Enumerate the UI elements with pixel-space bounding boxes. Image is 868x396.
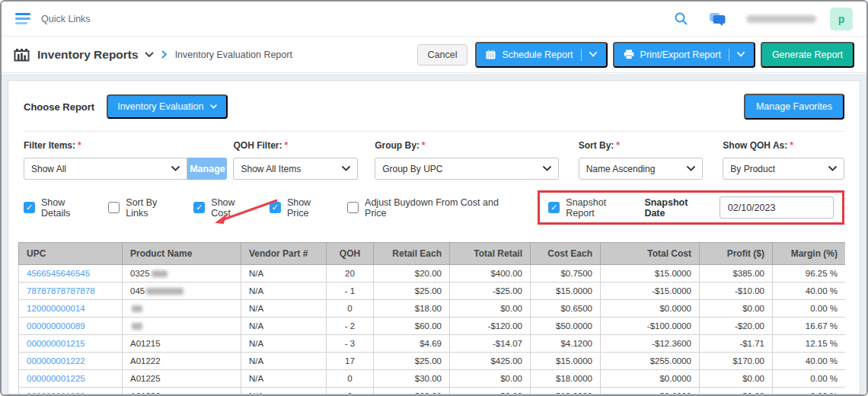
total-retail-cell: $400.00 [450,265,531,283]
column-header[interactable]: Profit ($) [700,243,773,265]
page-title[interactable]: Inventory Reports [37,48,139,62]
option-label: Show Details [41,197,92,219]
column-header[interactable]: Retail Each [374,243,450,265]
column-header[interactable]: QOH [327,243,374,265]
option-checkbox[interactable]: ✓ Show Details [24,197,92,219]
checkbox-icon[interactable]: ✓ [24,202,35,213]
checkbox-icon[interactable]: ✓ [548,202,560,213]
table-row: 000000000089N/A- 2$60.00-$120.00$50.0000… [19,318,846,335]
profit-cell: $385.00 [700,265,773,283]
print-dropdown-chevron-icon[interactable] [737,52,745,57]
report-type-dropdown[interactable]: Inventory Evaluation [107,94,228,119]
profit-cell: $0.00 [700,300,773,318]
filter-label: Sort By:* [579,140,704,151]
profit-cell: $0.00 [700,370,773,388]
profit-cell: $0.00 [700,388,773,395]
chevron-down-icon[interactable] [145,52,154,58]
column-header[interactable]: Product Name [123,243,241,265]
filter-select[interactable]: Group By UPC [375,158,559,180]
upc-link-cell[interactable]: 78787878787878 [19,283,123,300]
column-header[interactable]: Margin (%) [773,243,846,265]
option-label: Sort By Links [126,197,177,219]
column-header[interactable]: UPC [19,243,123,265]
cost-each-cell: $50.0000 [531,318,601,335]
retail-each-cell: $25.00 [374,283,450,300]
snapshot-report-checkbox[interactable]: ✓ Snapshot Report [548,197,632,219]
option-label: Show Price [287,197,331,219]
total-retail-cell: $0.00 [450,300,531,318]
cost-each-cell: $0.7500 [531,265,601,283]
report-header-bar: Inventory Reports Inventory Evaluation R… [2,37,866,73]
select-chevron-icon [828,166,837,171]
margin-cell: 0.00 % [773,370,846,388]
table-row: 000000001222A01222N/A17$25.00$425.00$15.… [19,353,846,370]
schedule-report-button[interactable]: Schedule Report [475,42,607,68]
search-icon[interactable] [674,11,688,26]
retail-each-cell: $30.00 [374,370,450,388]
vendor-part-cell: N/A [241,283,327,300]
manage-filter-button[interactable]: Manage [187,158,227,180]
app-window: Quick Links p Inventory Reports Inventor… [0,0,868,396]
qoh-cell: 20 [327,265,374,283]
generate-report-button[interactable]: Generate Report [761,42,854,68]
manage-favorites-button[interactable]: Manage Favorites [744,94,844,120]
option-checkbox[interactable]: ✓ Show Cost [193,197,254,219]
hamburger-menu-icon[interactable] [15,13,30,24]
vendor-part-cell: N/A [241,388,327,395]
content-area: Choose Report Inventory Evaluation Manag… [2,74,866,394]
filter-select[interactable]: By Product [723,158,844,180]
required-asterisk: * [422,140,426,151]
option-checkbox[interactable]: Sort By Links [108,197,177,219]
total-cost-cell: $255.0000 [601,353,700,370]
checkbox-icon[interactable]: ✓ [193,202,205,213]
filter-select[interactable]: Show All Items [233,158,358,180]
option-checkbox[interactable]: Adjust Buydown From Cost and Price [347,197,512,219]
upc-link-cell[interactable]: 000000001225 [19,370,123,388]
redacted-text [132,305,142,312]
snapshot-date-input[interactable]: 02/10/2023 [720,196,834,219]
upc-link-cell[interactable]: 4566545646545 [19,265,123,283]
checkbox-icon[interactable] [108,202,120,213]
options-row: ✓ Show Details Sort By Links ✓ Show Cost… [24,190,844,225]
filter-select[interactable]: Show All [24,158,187,180]
redacted-text [132,323,142,330]
total-retail-cell: -$25.00 [450,283,531,300]
column-header[interactable]: Vendor Part # [241,243,327,265]
column-header[interactable]: Cost Each [531,243,601,265]
snapshot-date-label: Snapshot Date [644,197,707,219]
filter-group: QOH Filter:* Show All Items [233,140,358,180]
checkbox-icon[interactable]: ✓ [270,202,281,213]
checkbox-icon[interactable] [347,202,359,213]
quick-links-link[interactable]: Quick Links [41,14,91,24]
button-divider [581,49,582,61]
upc-link-cell[interactable]: 000000000089 [19,318,123,335]
cost-each-cell: $0.6500 [531,300,601,318]
total-cost-cell: $15.0000 [601,265,700,283]
total-cost-cell: $0.0000 [601,388,700,395]
column-header[interactable]: Total Cost [601,243,700,265]
qoh-cell: - 1 [327,283,374,300]
schedule-report-label: Schedule Report [502,50,573,60]
cancel-button[interactable]: Cancel [417,44,468,65]
upc-link-cell[interactable]: 000000001226 [19,388,123,395]
vendor-part-cell: N/A [241,353,327,370]
chat-icon[interactable] [708,11,726,27]
filter-row: Filter Items:* Show All Manage QOH Filte… [24,140,844,180]
retail-each-cell: $18.00 [374,300,450,318]
total-cost-cell: -$100.0000 [601,318,700,335]
upc-link-cell[interactable]: 000000001215 [19,335,123,353]
inventory-reports-icon [14,48,30,62]
schedule-dropdown-chevron-icon[interactable] [589,52,597,57]
cost-each-cell: $19.0000 [531,388,601,395]
print-export-report-button[interactable]: Print/Export Report [613,42,755,68]
qoh-cell: - 3 [327,335,374,353]
table-row: 120000000014N/A0$18.00$0.00$0.6500$0.000… [19,300,846,318]
upc-link-cell[interactable]: 000000001222 [19,353,123,370]
option-checkbox[interactable]: ✓ Show Price [270,197,331,219]
user-avatar[interactable]: p [830,8,853,30]
upc-link-cell[interactable]: 120000000014 [19,300,123,318]
total-retail-cell: $0.00 [450,370,531,388]
filter-select[interactable]: Name Ascending [579,158,704,180]
option-checkboxes: ✓ Show Details Sort By Links ✓ Show Cost… [24,197,528,219]
column-header[interactable]: Total Retail [450,243,531,265]
